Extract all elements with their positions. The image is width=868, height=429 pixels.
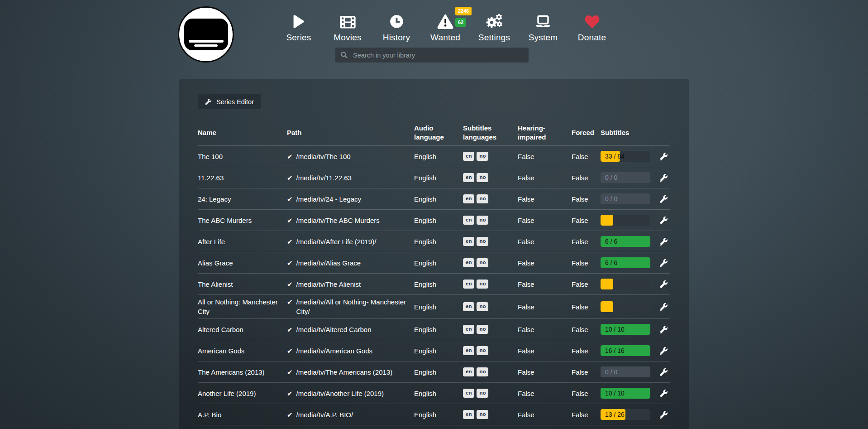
- series-name: All or Nothing: Manchester City: [198, 297, 287, 316]
- language-badge: no: [477, 389, 488, 398]
- nav-item-movies[interactable]: Movies: [323, 10, 372, 43]
- edit-series-button[interactable]: [658, 279, 669, 290]
- language-badge: en: [463, 237, 474, 246]
- series-table-body: The 100 ✔ /media/tv/The 100 English enno…: [198, 146, 670, 425]
- table-row: American Gods ✔ /media/tv/American Gods …: [198, 340, 670, 362]
- edit-series-button[interactable]: [658, 215, 669, 226]
- language-badge: no: [477, 216, 488, 225]
- audio-language: English: [414, 325, 463, 334]
- edit-series-button[interactable]: [658, 193, 669, 205]
- subtitles-progress: [601, 301, 650, 312]
- language-badge: no: [477, 302, 488, 311]
- nav-item-wanted[interactable]: 2246 62 Wanted: [421, 10, 470, 43]
- forced-value: False: [572, 280, 601, 289]
- subtitles-progress-fill: [601, 301, 613, 312]
- subtitles-progress-label: 33 / 84: [605, 151, 625, 162]
- series-name: 24: Legacy: [198, 194, 287, 204]
- language-badge: no: [477, 258, 488, 267]
- hearing-impaired-value: False: [518, 346, 572, 356]
- language-badge: en: [463, 280, 474, 289]
- audio-language: English: [414, 152, 463, 161]
- check-icon: ✔: [287, 194, 293, 204]
- app-logo[interactable]: [178, 6, 234, 63]
- nav-item-donate[interactable]: Donate: [568, 10, 616, 43]
- series-editor-button[interactable]: Series Editor: [198, 94, 261, 109]
- edit-series-button[interactable]: [658, 409, 669, 420]
- audio-language: English: [414, 367, 463, 377]
- series-name: Altered Carbon: [198, 325, 287, 334]
- subtitles-progress-label: 0 / 0: [605, 172, 617, 183]
- check-icon: ✔: [287, 173, 293, 183]
- subtitles-progress: 0 / 0: [601, 172, 650, 183]
- header: Series Movies: [0, 0, 868, 79]
- series-name: Alias Grace: [198, 258, 287, 268]
- language-badge: no: [477, 280, 488, 289]
- table-row: Alias Grace ✔ /media/tv/Alias Grace Engl…: [198, 252, 670, 274]
- series-name: A.P. Bio: [198, 410, 287, 419]
- hearing-impaired-value: False: [518, 216, 572, 225]
- check-icon: ✔: [287, 389, 293, 398]
- series-path-text: /media/tv/After Life (2019)/: [296, 237, 377, 246]
- gears-icon: [485, 12, 503, 31]
- edit-series-button[interactable]: [658, 345, 669, 357]
- subtitles-progress: 13 / 26: [601, 409, 650, 420]
- forced-value: False: [572, 152, 601, 161]
- subtitles-progress-label: 6 / 6: [605, 236, 617, 247]
- series-path: ✔ /media/tv/Another Life (2019): [287, 389, 414, 398]
- table-row: The Alienist ✔ /media/tv/The Alienist En…: [198, 274, 670, 295]
- language-badge: en: [463, 194, 474, 203]
- edit-series-button[interactable]: [658, 236, 669, 247]
- check-icon: ✔: [287, 237, 293, 246]
- hearing-impaired-value: False: [518, 258, 572, 268]
- series-table: Name Path Audio language Subtitles langu…: [198, 123, 670, 425]
- series-path-text: /media/tv/Another Life (2019): [296, 389, 384, 398]
- header-forced: Forced: [572, 128, 601, 137]
- wrench-icon: [660, 238, 668, 246]
- wrench-icon: [660, 174, 668, 182]
- series-path-text: /media/tv/Alias Grace: [296, 258, 361, 268]
- series-path-text: /media/tv/Altered Carbon: [296, 325, 372, 334]
- table-row: 24: Legacy ✔ /media/tv/24 - Legacy Engli…: [198, 188, 670, 210]
- language-badge: en: [463, 410, 474, 419]
- series-path-text: /media/tv/24 - Legacy: [296, 194, 361, 204]
- subtitles-progress: 16 / 16: [601, 345, 650, 356]
- subtitles-languages: enno: [463, 346, 518, 355]
- edit-series-button[interactable]: [658, 366, 669, 378]
- wrench-icon: [660, 195, 668, 203]
- wrench-icon: [660, 153, 668, 160]
- search-input[interactable]: [352, 51, 524, 59]
- edit-series-button[interactable]: [658, 151, 669, 162]
- edit-series-button[interactable]: [658, 388, 669, 399]
- edit-series-button[interactable]: [658, 324, 669, 335]
- nav-item-history[interactable]: History: [372, 10, 421, 43]
- subtitles-languages: enno: [463, 389, 518, 398]
- hearing-impaired-value: False: [518, 302, 572, 312]
- subtitles-progress-label: 0 / 0: [605, 366, 617, 377]
- nav-item-series[interactable]: Series: [274, 10, 323, 43]
- header-path: Path: [287, 128, 414, 137]
- wrench-icon: [660, 390, 668, 397]
- table-row: Another Life (2019) ✔ /media/tv/Another …: [198, 383, 670, 404]
- edit-series-button[interactable]: [658, 257, 669, 269]
- series-name: American Gods: [198, 346, 287, 356]
- edit-series-button[interactable]: [658, 301, 669, 313]
- subtitles-progress: 6 / 6: [601, 236, 650, 247]
- language-badge: no: [477, 237, 488, 246]
- series-path-text: /media/tv/11.22.63: [296, 173, 352, 183]
- nav-item-system[interactable]: System: [519, 10, 568, 43]
- series-path-text: /media/tv/The Americans (2013): [296, 367, 393, 377]
- series-path: ✔ /media/tv/The Alienist: [287, 280, 414, 289]
- nav-item-settings[interactable]: Settings: [470, 10, 519, 43]
- series-path-text: /media/tv/The 100: [296, 152, 351, 161]
- audio-language: English: [414, 216, 463, 225]
- subtitles-progress-fill: [601, 215, 613, 226]
- series-path: ✔ /media/tv/American Gods: [287, 346, 414, 356]
- subtitles-languages: enno: [463, 367, 518, 376]
- main-nav: Series Movies: [274, 10, 616, 43]
- series-path: ✔ /media/tv/Altered Carbon: [287, 325, 414, 334]
- edit-series-button[interactable]: [658, 172, 669, 183]
- audio-language: English: [414, 346, 463, 356]
- hearing-impaired-value: False: [518, 194, 572, 204]
- subtitles-languages: enno: [463, 258, 518, 267]
- check-icon: ✔: [287, 325, 293, 334]
